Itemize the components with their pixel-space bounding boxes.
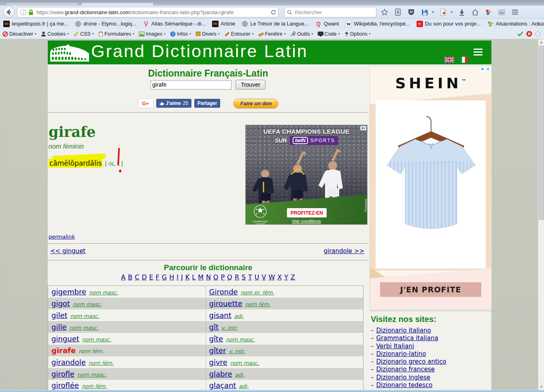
home-icon[interactable] (470, 7, 480, 17)
word-tag[interactable]: nom masc. (82, 337, 111, 343)
letter-link[interactable]: A (121, 273, 125, 281)
scroll-up-arrow[interactable]: ▲ (538, 39, 544, 45)
screenshot-addon-icon[interactable] (497, 7, 507, 17)
medic-page-icon[interactable] (438, 7, 448, 17)
ad-conditions-link[interactable]: Voir conditions (246, 219, 367, 224)
letter-link[interactable]: V (261, 273, 266, 281)
idle-circle-icon[interactable] (535, 31, 541, 37)
donate-button[interactable]: Faire un don (234, 99, 278, 108)
site-link[interactable]: Dizionario francese (376, 366, 435, 373)
letter-link[interactable]: R (235, 273, 239, 281)
find-button[interactable]: Trouver (236, 80, 266, 89)
back-button[interactable] (3, 6, 15, 18)
word-tag[interactable]: nom fém. (89, 360, 114, 366)
scrollbar[interactable]: ▲ ▼ (538, 39, 544, 390)
devbar-outline[interactable]: Entourer (224, 31, 254, 37)
browser-search-box[interactable]: Rechercher (284, 7, 376, 17)
word-link[interactable]: glabre (209, 370, 232, 378)
letter-link[interactable]: M (198, 273, 204, 281)
letter-link[interactable]: Z (291, 273, 295, 281)
word-tag[interactable]: nom masc. (226, 337, 255, 343)
previous-word-link[interactable]: << ginguet (50, 247, 85, 255)
devbar-images[interactable]: Images (139, 31, 166, 37)
word-link[interactable]: gît (209, 323, 219, 331)
site-link[interactable]: Dizionario tedesco (376, 381, 433, 389)
word-link[interactable]: girouette (209, 299, 242, 308)
word-link[interactable]: Gironde (209, 288, 238, 296)
word-link[interactable]: gisant (209, 311, 232, 320)
word-link[interactable]: girandole (51, 358, 86, 366)
letter-link[interactable]: F (156, 273, 159, 281)
https-lock-icon[interactable] (28, 9, 34, 15)
letter-link[interactable]: Q (227, 273, 232, 281)
letter-link[interactable]: O (213, 273, 219, 281)
medic-dropdown-caret[interactable]: ▼ (450, 11, 453, 14)
valid-check-icon[interactable] (517, 31, 523, 36)
devbar-disable[interactable]: Désactiver (2, 31, 36, 37)
bookmark-item[interactable]: drone - Etymo...logiq... (75, 21, 136, 27)
bookmark-item[interactable]: Alsacréations : Actuali... (487, 21, 544, 27)
site-link[interactable]: Dizionario inglese (376, 374, 431, 381)
googleplus-button[interactable]: G+ (138, 98, 153, 108)
save-dropdown-caret[interactable]: ▼ (431, 11, 435, 14)
url-bar[interactable]: i https://www.grand-dictionnaire-latin.c… (17, 7, 278, 17)
word-link[interactable]: gille (51, 323, 67, 331)
word-link[interactable]: gigot (51, 299, 70, 308)
reload-icon[interactable] (270, 9, 276, 15)
word-link[interactable]: gigembre (51, 288, 86, 296)
letter-link[interactable]: E (149, 273, 153, 281)
letter-link[interactable]: B (128, 273, 132, 281)
site-link[interactable]: Dizionario-latino (376, 350, 426, 358)
word-tag[interactable]: nom masc. (73, 301, 102, 307)
word-link[interactable]: glaçant (209, 381, 236, 390)
site-menu-icon[interactable] (474, 49, 482, 57)
letter-link[interactable]: W (268, 273, 275, 281)
letter-link[interactable]: X (277, 273, 282, 281)
devbar-options[interactable]: Options (344, 31, 371, 37)
shein-cta-button[interactable]: J'EN PROFITE (380, 282, 481, 297)
word-link[interactable]: giroflée (51, 381, 79, 390)
scrollbar-thumb[interactable] (539, 46, 544, 220)
letter-link[interactable]: T (248, 273, 252, 281)
devbar-tools[interactable]: Outils (290, 31, 313, 37)
word-tag[interactable]: nom masc. (70, 325, 99, 331)
dictionary-search-input[interactable] (151, 80, 232, 89)
italian-flag-icon[interactable] (459, 57, 468, 63)
scroll-down-arrow[interactable]: ▼ (538, 384, 544, 390)
permalink-link[interactable]: permalink (49, 234, 75, 240)
colorful-addon-icon[interactable] (484, 7, 493, 17)
bookmark-item[interactable]: Atlas Sémantique - di... (143, 21, 206, 27)
letter-link[interactable]: N (206, 273, 211, 281)
word-tag[interactable]: nom masc. (230, 360, 259, 366)
english-flag-icon[interactable] (444, 57, 454, 63)
bookmark-item[interactable]: WWikipédia, l'encyclopé... (345, 21, 410, 27)
bookmarks-overflow-chevron[interactable]: » (537, 21, 540, 27)
letter-link[interactable]: U (255, 273, 259, 281)
word-tag[interactable]: v. intr. (221, 325, 238, 331)
word-link[interactable]: gîter (209, 346, 226, 355)
facebook-share-button[interactable]: Partager (194, 99, 221, 108)
word-tag[interactable]: adj. (235, 372, 244, 378)
site-link[interactable]: Verbi Italiani (376, 343, 414, 350)
letter-link[interactable]: L (192, 273, 196, 281)
url-text[interactable]: https://www.grand-dictionnaire-latin.com… (36, 9, 269, 15)
hamburger-menu-icon[interactable] (510, 7, 520, 17)
letter-link[interactable]: K (185, 273, 190, 281)
letter-link[interactable]: C (135, 273, 139, 281)
word-tag[interactable]: adj. (234, 313, 244, 319)
bookmark-item[interactable]: ⌁Du son pour vos proje... (416, 21, 481, 27)
save-session-icon[interactable] (420, 7, 429, 17)
word-tag[interactable]: nom fém. (245, 301, 270, 307)
download-icon[interactable] (457, 7, 467, 17)
bookmark-item[interactable]: Le Trésor de la Langue... (242, 21, 309, 27)
site-link[interactable]: Dizionario italiano (376, 327, 431, 334)
adchoices-icon[interactable] (360, 126, 366, 130)
devbar-window[interactable]: Fenêtre (258, 31, 286, 37)
site-link[interactable]: Grammatica italiana (376, 334, 438, 342)
letter-link[interactable]: Y (284, 273, 288, 281)
devbar-misc[interactable]: Divers (196, 31, 219, 37)
browser-tab[interactable] (6, 2, 79, 6)
letter-link[interactable]: H (169, 273, 174, 281)
devbar-css[interactable]: CSS (73, 31, 94, 37)
shein-ad[interactable]: SHEIN™ (370, 66, 491, 309)
